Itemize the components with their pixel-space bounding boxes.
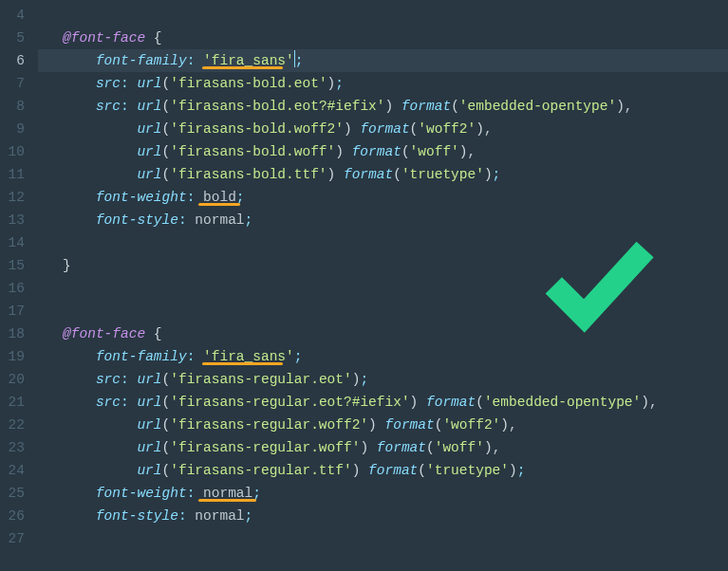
token: ( xyxy=(418,463,426,478)
token xyxy=(393,99,401,114)
line-number: 21 xyxy=(0,391,25,414)
token xyxy=(38,99,96,114)
code-line[interactable]: url('firasans-regular.woff2') format('wo… xyxy=(38,414,728,436)
token: ) xyxy=(327,76,336,91)
token: 'firasans-bold.eot?#iefix' xyxy=(170,99,384,114)
token: ; xyxy=(335,76,344,91)
token: ( xyxy=(162,167,171,182)
line-number: 20 xyxy=(0,368,25,391)
token: url xyxy=(137,99,161,114)
code-line[interactable]: src: url('firasans-bold.eot'); xyxy=(38,72,728,95)
token: 'woff' xyxy=(410,144,459,159)
token xyxy=(38,349,96,364)
code-line[interactable]: @font-face { xyxy=(38,27,728,49)
line-number: 23 xyxy=(0,436,25,459)
token: ( xyxy=(162,99,171,114)
token: url xyxy=(137,440,161,455)
token: font-style xyxy=(96,508,178,524)
code-line[interactable]: font-weight: normal; xyxy=(38,482,728,505)
code-line[interactable] xyxy=(38,527,728,550)
token: : xyxy=(178,508,187,524)
token xyxy=(344,144,352,159)
token: 'truetype' xyxy=(426,463,509,478)
code-line[interactable]: src: url('firasans-regular.eot?#iefix') … xyxy=(38,391,728,414)
line-number: 22 xyxy=(0,414,25,436)
code-line[interactable]: url('firasans-regular.ttf') format('true… xyxy=(38,459,728,482)
token: url xyxy=(137,167,161,182)
line-number: 24 xyxy=(0,459,25,482)
highlight-underline xyxy=(198,203,240,206)
token: { xyxy=(145,30,161,46)
token: @font-face xyxy=(63,30,145,46)
token: ) xyxy=(344,121,352,137)
token: ; xyxy=(295,53,304,68)
line-number: 16 xyxy=(0,277,25,300)
code-line[interactable]: url('firasans-bold.woff') format('woff')… xyxy=(38,140,728,163)
code-line[interactable] xyxy=(38,4,728,27)
token xyxy=(38,508,96,524)
token: 'firasans-regular.woff' xyxy=(170,440,360,455)
token xyxy=(38,144,137,159)
token: ( xyxy=(393,167,401,182)
line-number: 5 xyxy=(0,27,25,49)
token xyxy=(38,53,96,68)
line-number: 9 xyxy=(0,118,25,140)
highlight-underline xyxy=(202,362,283,365)
token: url xyxy=(137,372,161,387)
token: 'woff' xyxy=(435,440,484,455)
checkmark-icon xyxy=(532,213,664,346)
token: 'firasans-bold.eot' xyxy=(170,76,327,91)
token: font-style xyxy=(96,212,178,228)
token: ; xyxy=(294,349,303,364)
token xyxy=(368,440,377,455)
token: ( xyxy=(162,417,171,433)
code-line[interactable]: font-weight: bold; xyxy=(38,186,728,209)
token: : xyxy=(121,395,129,410)
token xyxy=(38,190,96,205)
line-number: 6 xyxy=(0,49,25,72)
token: ) xyxy=(484,167,493,182)
token: , xyxy=(649,395,658,410)
line-number: 10 xyxy=(0,140,25,163)
token: format xyxy=(344,167,393,182)
line-number: 14 xyxy=(0,231,25,254)
token: , xyxy=(468,144,476,159)
code-line[interactable]: url('firasans-bold.ttf') format('truetyp… xyxy=(38,163,728,186)
code-line[interactable]: url('firasans-regular.woff') format('wof… xyxy=(38,436,728,459)
token: ( xyxy=(410,121,419,137)
token: src xyxy=(96,76,121,91)
token: ) xyxy=(327,167,336,182)
token xyxy=(335,167,344,182)
highlight-underline xyxy=(202,66,283,69)
token: : xyxy=(121,76,129,91)
token: ) xyxy=(385,99,394,114)
token: 'firasans-regular.eot' xyxy=(170,372,351,387)
token: src xyxy=(96,99,121,114)
line-number: 26 xyxy=(0,505,25,527)
token: , xyxy=(625,99,633,114)
token: ) xyxy=(368,417,377,433)
token: 'firasans-regular.eot?#iefix' xyxy=(170,395,409,410)
token: ) xyxy=(335,144,344,159)
line-number: 8 xyxy=(0,95,25,118)
token: ( xyxy=(162,395,171,410)
code-line[interactable]: src: url('firasans-regular.eot'); xyxy=(38,368,728,391)
code-line[interactable]: font-family: 'fira_sans'; xyxy=(38,345,728,368)
token: 'firasans-regular.woff2' xyxy=(170,417,368,433)
token: url xyxy=(137,417,161,433)
token xyxy=(38,486,96,501)
token: @font-face xyxy=(63,326,145,341)
line-number: 13 xyxy=(0,209,25,231)
token: src xyxy=(96,395,121,410)
code-line[interactable]: font-style: normal; xyxy=(38,505,728,527)
token: ( xyxy=(476,395,484,410)
token: 'firasans-regular.ttf' xyxy=(170,463,351,478)
token: format xyxy=(377,440,426,455)
token: 'embedded-opentype' xyxy=(459,99,616,114)
token: 'woff2' xyxy=(418,121,476,137)
token: ( xyxy=(162,144,171,159)
token: ) xyxy=(500,417,509,433)
code-line[interactable]: src: url('firasans-bold.eot?#iefix') for… xyxy=(38,95,728,118)
code-line[interactable]: url('firasans-bold.woff2') format('woff2… xyxy=(38,118,728,140)
code-line[interactable]: font-family: 'fira_sans'; xyxy=(38,49,728,72)
